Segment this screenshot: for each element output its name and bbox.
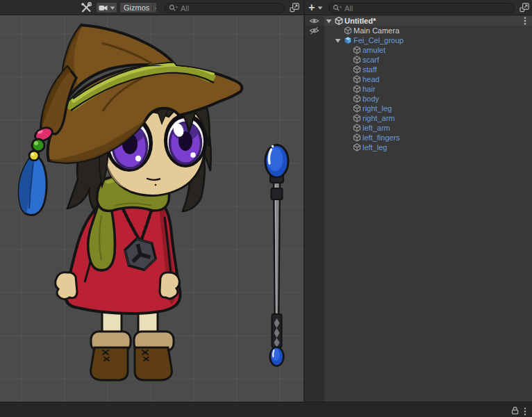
hierarchy-panel: + All [304, 0, 532, 402]
item-label: left_leg [363, 142, 387, 152]
scene-view-toolbar: Gizmos All [0, 0, 304, 15]
item-label: left_arm [363, 123, 390, 133]
hierarchy-item-amulet[interactable]: amulet [305, 45, 532, 55]
gameobject-icon [353, 133, 361, 142]
hierarchy-tree: Untitled*Main CameraFei_Cel_groupamulets… [305, 16, 532, 152]
maximize-icon[interactable] [290, 3, 299, 13]
search-icon [169, 4, 178, 12]
gameobject-icon [353, 56, 361, 64]
gameobject-icon [353, 95, 361, 103]
hierarchy-search-field[interactable]: All [329, 3, 515, 13]
item-label: body [363, 94, 379, 104]
unity-editor-window: Gizmos All [0, 0, 532, 417]
hierarchy-item-hair[interactable]: hair [305, 84, 532, 94]
chevron-down-icon [317, 6, 323, 10]
item-label: right_arm [363, 113, 394, 123]
scene-camera-dropdown[interactable] [96, 2, 117, 13]
expander-arrow-icon[interactable] [335, 36, 342, 44]
item-label: hair [363, 84, 375, 94]
item-label: Main Camera [354, 26, 399, 35]
hierarchy-item-scarf[interactable]: scarf [305, 55, 532, 65]
gameobject-icon [353, 85, 361, 93]
chevron-down-icon [110, 6, 115, 10]
create-object-dropdown[interactable]: + [308, 1, 323, 14]
eye-icon[interactable] [309, 17, 320, 25]
lock-icon[interactable] [511, 405, 519, 417]
hierarchy-item-main-camera[interactable]: Main Camera [305, 26, 532, 35]
item-label: head [363, 74, 379, 84]
eye-off-icon[interactable] [309, 26, 320, 35]
scene-object-staff[interactable] [265, 145, 288, 366]
hierarchy-item-left_leg[interactable]: left_leg [305, 142, 532, 152]
scene-tools-icon[interactable] [81, 2, 92, 13]
hierarchy-item-head[interactable]: head [305, 74, 532, 84]
status-bar [0, 402, 532, 417]
scene-viewport[interactable] [0, 15, 304, 402]
camera-icon [99, 5, 108, 11]
hierarchy-search-value: All [344, 4, 353, 13]
item-label: staff [363, 65, 377, 74]
hierarchy-toolbar: + All [305, 0, 532, 15]
hierarchy-item-right_arm[interactable]: right_arm [305, 113, 532, 123]
hierarchy-item-right_leg[interactable]: right_leg [305, 104, 532, 113]
hierarchy-item-left_arm[interactable]: left_arm [305, 123, 532, 133]
item-label: Untitled* [344, 16, 376, 26]
scene-view-panel: Gizmos All [0, 0, 304, 402]
gameobject-icon [353, 143, 361, 152]
scene-canvas [0, 15, 304, 402]
plus-icon: + [308, 2, 315, 13]
search-icon [333, 4, 342, 12]
item-label: Fei_Cel_group [354, 35, 404, 45]
hierarchy-item-fei_cel_group[interactable]: Fei_Cel_group [305, 35, 532, 45]
gameobject-icon [353, 124, 361, 132]
gizmos-label: Gizmos [124, 3, 149, 12]
hierarchy-item-untitled-[interactable]: Untitled* [305, 16, 532, 26]
item-label: right_leg [363, 104, 392, 113]
maximize-icon[interactable] [519, 3, 529, 13]
scene-object-character[interactable] [19, 25, 242, 380]
scene-search-value: All [181, 4, 189, 13]
hierarchy-item-body[interactable]: body [305, 94, 532, 104]
item-label: scarf [363, 55, 379, 65]
item-label: amulet [363, 45, 385, 55]
scene-search-field[interactable]: All [165, 3, 285, 13]
item-label: left_fingers [363, 133, 400, 142]
gameobject-icon [353, 75, 361, 83]
gameobject-icon [344, 26, 352, 35]
prefab-icon [344, 36, 352, 44]
gizmos-dropdown[interactable]: Gizmos [119, 2, 157, 13]
expander-arrow-icon[interactable] [326, 17, 333, 25]
hierarchy-item-staff[interactable]: staff [305, 65, 532, 74]
gameobject-icon [353, 46, 361, 54]
gameobject-icon [353, 114, 361, 122]
chevron-down-icon [155, 6, 156, 10]
gameobject-icon [353, 65, 361, 74]
hierarchy-item-left_fingers[interactable]: left_fingers [305, 133, 532, 142]
scene-icon [335, 17, 343, 25]
kebab-menu-icon[interactable] [524, 406, 526, 417]
gameobject-icon [353, 104, 361, 113]
